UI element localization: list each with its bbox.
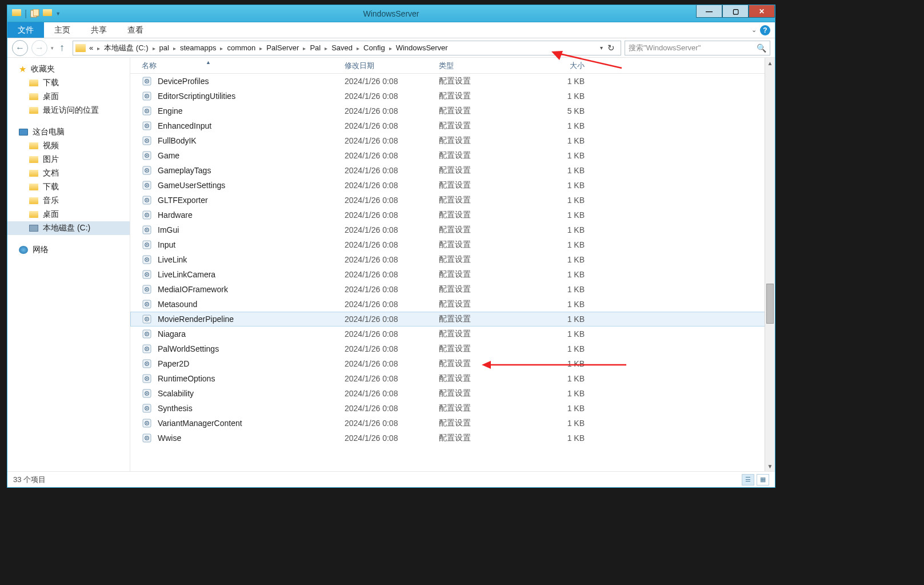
file-row[interactable]: LiveLinkCamera2024/1/26 0:08配置设置1 KB [130,267,775,282]
file-row[interactable]: Hardware2024/1/26 0:08配置设置1 KB [130,208,775,222]
tab-share[interactable]: 共享 [81,22,117,38]
col-size[interactable]: 大小 [536,61,590,71]
breadcrumb-segment[interactable]: PalServer [265,43,300,52]
file-row[interactable]: Engine2024/1/26 0:08配置设置5 KB [130,104,775,118]
scroll-up-icon[interactable]: ▲ [765,58,775,68]
new-folder-icon[interactable] [43,9,52,18]
svg-point-55 [146,333,147,335]
file-row[interactable]: MediaIOFramework2024/1/26 0:08配置设置1 KB [130,282,775,297]
nav-item[interactable]: 下载 [7,76,130,90]
chevron-right-icon[interactable]: ▸ [217,45,226,51]
file-row[interactable]: ImGui2024/1/26 0:08配置设置1 KB [130,222,775,237]
file-row[interactable]: RuntimeOptions2024/1/26 0:08配置设置1 KB [130,371,775,386]
breadcrumb-segment[interactable]: WindowsServer [395,43,449,52]
file-row[interactable]: Scalability2024/1/26 0:08配置设置1 KB [130,386,775,401]
nav-item[interactable]: 下载 [7,180,130,194]
file-row[interactable]: Synthesis2024/1/26 0:08配置设置1 KB [130,401,775,416]
tab-home[interactable]: 主页 [44,22,81,38]
breadcrumb-segment[interactable]: common [226,43,257,52]
nav-this-pc[interactable]: 这台电脑 [7,125,130,139]
col-date[interactable]: 修改日期 [345,61,439,71]
breadcrumb-segment[interactable]: Config [362,43,386,52]
file-row[interactable]: FullBodyIK2024/1/26 0:08配置设置1 KB [130,133,775,148]
help-icon[interactable]: ? [760,25,770,35]
nav-item[interactable]: 最近访问的位置 [7,104,130,117]
expand-ribbon-icon[interactable]: ⌄ [751,26,757,34]
file-row[interactable]: VariantManagerContent2024/1/26 0:08配置设置1… [130,416,775,431]
view-details-button[interactable]: ☰ [742,474,754,485]
file-tab[interactable]: 文件 [7,22,44,38]
file-row[interactable]: EnhancedInput2024/1/26 0:08配置设置1 KB [130,118,775,133]
nav-favorites[interactable]: ★ 收藏夹 [7,62,130,76]
nav-item[interactable]: 文档 [7,166,130,180]
forward-button[interactable]: → [31,40,47,56]
file-type: 配置设置 [439,433,536,443]
breadcrumb-overflow[interactable]: « [88,43,94,52]
file-row[interactable]: LiveLink2024/1/26 0:08配置设置1 KB [130,252,775,267]
qat-dropdown-icon[interactable]: ▼ [55,11,61,17]
breadcrumb-segment[interactable]: Saved [330,43,354,52]
folder-icon [29,93,38,100]
file-row[interactable]: GameplayTags2024/1/26 0:08配置设置1 KB [130,163,775,178]
search-box[interactable]: 🔍 [625,41,770,55]
chevron-right-icon[interactable]: ▸ [150,45,158,51]
chevron-right-icon[interactable]: ▸ [257,45,265,51]
scrollbar[interactable]: ▲ ▼ [765,58,775,471]
scroll-thumb[interactable] [766,284,774,324]
back-button[interactable]: ← [12,40,28,56]
breadcrumb-segment[interactable]: pal [158,43,170,52]
chevron-right-icon[interactable]: ▸ [354,45,362,51]
view-icons-button[interactable]: ▦ [757,474,769,485]
chevron-right-icon[interactable]: ▸ [300,45,309,51]
chevron-right-icon[interactable]: ▸ [322,45,330,51]
close-button[interactable]: ✕ [749,5,775,18]
breadcrumb-segment[interactable]: 本地磁盘 (C:) [103,43,149,52]
file-row[interactable]: Paper2D2024/1/26 0:08配置设置1 KB [130,356,775,371]
file-row[interactable]: Game2024/1/26 0:08配置设置1 KB [130,148,775,163]
nav-item[interactable]: 桌面 [7,90,130,104]
minimize-button[interactable]: — [696,5,722,18]
file-row[interactable]: Niagara2024/1/26 0:08配置设置1 KB [130,327,775,341]
col-type[interactable]: 类型 [439,61,536,71]
explorer-window: | ▼ WindowsServer — ▢ ✕ 文件 主页 共享 查看 ⌄ ? … [7,5,775,488]
nav-item[interactable]: 视频 [7,139,130,153]
chevron-right-icon[interactable]: ▸ [386,45,395,51]
chevron-right-icon[interactable]: ▸ [94,45,103,51]
properties-icon[interactable] [30,9,39,18]
address-bar[interactable]: « ▸本地磁盘 (C:)▸pal▸steamapps▸common▸PalSer… [73,41,621,55]
nav-network[interactable]: 网络 [7,243,130,257]
nav-item[interactable]: 音乐 [7,194,130,208]
up-button[interactable]: ↑ [57,42,67,54]
breadcrumb-segment[interactable]: steamapps [179,43,218,52]
folder-icon [29,197,38,204]
folder-icon [29,156,38,163]
svg-point-52 [146,319,147,320]
file-date: 2024/1/26 0:08 [345,181,439,190]
file-date: 2024/1/26 0:08 [345,329,439,339]
scroll-down-icon[interactable]: ▼ [765,461,775,471]
nav-item[interactable]: 图片 [7,153,130,166]
file-row[interactable]: GLTFExporter2024/1/26 0:08配置设置1 KB [130,193,775,208]
tab-view[interactable]: 查看 [117,22,154,38]
col-name[interactable]: 名称 ▲ [142,61,345,71]
nav-item-label: 本地磁盘 (C:) [43,223,90,233]
search-input[interactable] [629,43,757,52]
file-row[interactable]: Metasound2024/1/26 0:08配置设置1 KB [130,297,775,312]
chevron-right-icon[interactable]: ▸ [170,45,179,51]
file-row[interactable]: MovieRenderPipeline2024/1/26 0:08配置设置1 K… [130,312,775,327]
file-row[interactable]: GameUserSettings2024/1/26 0:08配置设置1 KB [130,178,775,193]
file-row[interactable]: Wwise2024/1/26 0:08配置设置1 KB [130,431,775,445]
search-icon[interactable]: 🔍 [757,43,766,53]
refresh-icon[interactable]: ↻ [607,43,615,53]
address-dropdown-icon[interactable]: ▾ [600,45,603,51]
maximize-button[interactable]: ▢ [722,5,749,18]
file-row[interactable]: EditorScriptingUtilities2024/1/26 0:08配置… [130,89,775,104]
file-row[interactable]: PalWorldSettings2024/1/26 0:08配置设置1 KB [130,341,775,356]
file-row[interactable]: DeviceProfiles2024/1/26 0:08配置设置1 KB [130,74,775,89]
nav-item[interactable]: 本地磁盘 (C:) [7,221,130,235]
breadcrumb-segment[interactable]: Pal [309,43,322,52]
file-row[interactable]: Input2024/1/26 0:08配置设置1 KB [130,237,775,252]
nav-item[interactable]: 桌面 [7,208,130,221]
nav-item-label: 桌面 [43,91,59,102]
history-dropdown-icon[interactable]: ▾ [51,45,54,51]
